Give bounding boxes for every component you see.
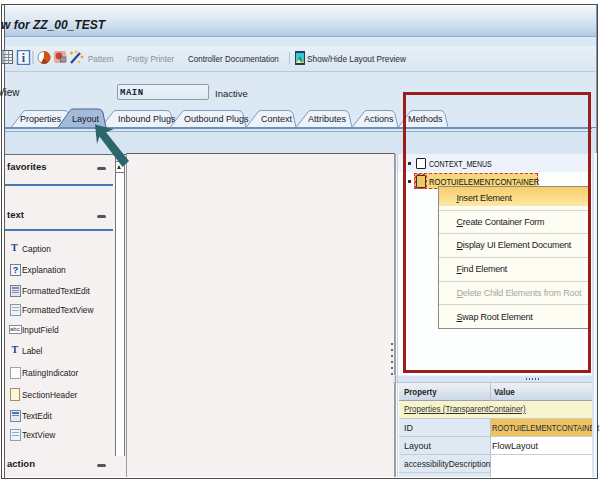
svg-text:Context: Context: [261, 114, 293, 124]
svg-text:Methods: Methods: [408, 114, 443, 124]
svg-text:Layout: Layout: [72, 114, 100, 124]
svg-text:Inbound Plugs: Inbound Plugs: [118, 114, 176, 124]
svg-text:Outbound Plugs: Outbound Plugs: [184, 114, 249, 124]
svg-text:Attributes: Attributes: [308, 114, 347, 124]
svg-text:Properties: Properties: [20, 114, 62, 124]
svg-text:Actions: Actions: [364, 114, 394, 124]
